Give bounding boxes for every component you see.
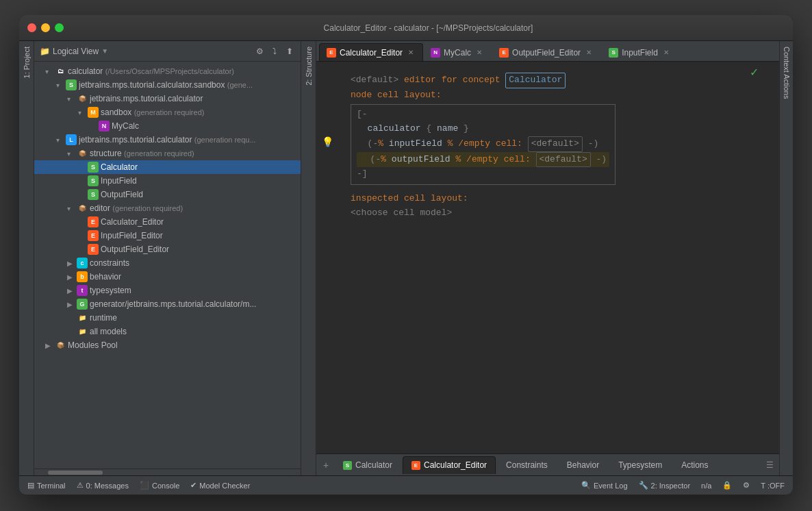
main-window: Calculator_Editor - calculator - [~/MPSP… [19, 15, 793, 495]
status-bar: ▤ Terminal ⚠ 0: Messages ⬛ Console ✔ Mod… [19, 475, 793, 495]
s-icon: S [88, 162, 99, 173]
project-hscrollbar[interactable] [34, 469, 301, 475]
tab-label: InputField [622, 48, 658, 58]
tree-item-calculator-root[interactable]: ▾ 🗂 calculator (/Users/Oscar/MPSProjects… [34, 64, 301, 78]
inspector-icon: 🔧 [639, 481, 648, 490]
code-line-3: [- [357, 108, 609, 122]
tab-icon-e: E [327, 48, 336, 58]
code-token: -] [357, 167, 368, 182]
folder-icon: 📁 [40, 47, 50, 56]
code-line-6: (- % outputField % /empty cell: <default… [357, 152, 609, 168]
tree-item-OutputField_Editor[interactable]: E OutputField_Editor [34, 242, 301, 256]
console-button[interactable]: ⬛ Console [137, 479, 182, 491]
code-line-7: -] [357, 167, 609, 182]
code-token: -) [596, 153, 607, 167]
project-panel: 📁 Logical View ▼ ⚙ ⤵ ⬆ ▾ 🗂 calculator (/… [34, 41, 301, 475]
bottom-tab-Typesystem[interactable]: Typesystem [609, 456, 671, 474]
dropdown-icon[interactable]: ▼ [101, 47, 108, 55]
settings-icon[interactable]: ⚙ [254, 46, 265, 57]
tab-Calculator_Editor-active[interactable]: E Calculator_Editor ✕ [319, 43, 423, 61]
code-token [442, 137, 448, 151]
editor-code-area[interactable]: <default> editor for concept Calculator … [337, 62, 779, 453]
project-label[interactable]: 1: Project [21, 41, 33, 84]
code-line-5: (- % inputField % /empty cell: <default>… [357, 136, 609, 152]
bottom-tab-label: Constraints [506, 460, 548, 470]
tab-close-icon[interactable]: ✕ [661, 48, 671, 58]
code-token: % [378, 137, 383, 151]
bottom-tab-Calculator[interactable]: S Calculator [334, 456, 401, 474]
tree-item-sandbox-pkg[interactable]: ▾ S jetbrains.mps.tutorial.calculator.sa… [34, 78, 301, 92]
close-button[interactable] [27, 23, 36, 32]
settings-icon2[interactable]: ⚙ [740, 479, 752, 491]
tree-item-runtime[interactable]: 📁 runtime [34, 311, 301, 325]
context-actions-label[interactable]: Context Actions [781, 41, 793, 104]
cell-layout-box: [- calculator { name } [351, 104, 616, 186]
tree-item-sandbox[interactable]: ▾ M sandbox (generation required) [34, 105, 301, 119]
context-actions-strip[interactable]: Context Actions [779, 41, 793, 475]
tree-item-editor[interactable]: ▾ 📦 editor (generation required) [34, 201, 301, 215]
b-icon: b [77, 271, 88, 282]
editor-tab-bar: E Calculator_Editor ✕ N MyCalc ✕ E Outpu… [316, 41, 779, 62]
more-tabs-icon[interactable]: ☰ [763, 460, 776, 470]
messages-label: 0: Messages [86, 482, 129, 490]
toff-indicator[interactable]: T :OFF [758, 480, 787, 491]
code-token: (- [368, 137, 379, 151]
bottom-tab-Actions[interactable]: Actions [672, 456, 717, 474]
scroll-from-source-icon[interactable]: ⤵ [269, 46, 280, 57]
tree-item-all-models[interactable]: 📁 all models [34, 325, 301, 338]
code-token: <choose cell model> [351, 206, 452, 221]
tree-item-constraints[interactable]: ▶ c constraints [34, 256, 301, 270]
minimize-button[interactable] [41, 23, 50, 32]
terminal-button[interactable]: ▤ Terminal [25, 479, 68, 491]
collapse-all-icon[interactable]: ⬆ [284, 46, 295, 57]
tree-item-typesystem[interactable]: ▶ t typesystem [34, 284, 301, 297]
structure-label[interactable]: 2: Structure [303, 41, 315, 91]
tree-item-calc-pkg2[interactable]: ▾ L jetbrains.mps.tutorial.calculator (g… [34, 133, 301, 147]
tab-close-icon[interactable]: ✕ [584, 48, 594, 58]
code-line-2: node cell layout: [351, 88, 765, 103]
bottom-tab-Calculator_Editor[interactable]: E Calculator_Editor [403, 456, 496, 474]
structure-strip[interactable]: 2: Structure [301, 41, 316, 475]
tree-item-InputField_Editor[interactable]: E InputField_Editor [34, 229, 301, 242]
model-checker-button[interactable]: ✔ Model Checker [188, 479, 253, 491]
gutter-bulb-icon[interactable]: 💡 [322, 136, 333, 147]
tab-MyCalc[interactable]: N MyCalc ✕ [423, 43, 492, 61]
code-token [383, 137, 389, 151]
tree-item-generator[interactable]: ▶ G generator/jetbrains.mps.tutorial.cal… [34, 297, 301, 311]
tab-label: OutputField_Editor [512, 48, 581, 58]
tab-OutputField_Editor[interactable]: E OutputField_Editor ✕ [492, 43, 601, 61]
tab-InputField[interactable]: S InputField ✕ [601, 43, 678, 61]
code-token: <default> [536, 152, 591, 168]
tree-item-behavior[interactable]: ▶ b behavior [34, 270, 301, 284]
tab-close-icon[interactable]: ✕ [474, 48, 484, 58]
t-icon: t [77, 285, 88, 296]
tree-item-calc-pkg[interactable]: ▾ 📦 jetbrains.mps.tutorial.calculator [34, 92, 301, 105]
inspector-button[interactable]: 🔧 2: Inspector [636, 479, 693, 491]
concept-name-box: Calculator [505, 73, 566, 88]
bottom-tab-Constraints[interactable]: Constraints [497, 456, 557, 474]
bottom-tab-Behavior[interactable]: Behavior [558, 456, 608, 474]
code-token: editor for concept [404, 73, 500, 88]
project-strip[interactable]: 1: Project [19, 41, 34, 475]
messages-button[interactable]: ⚠ 0: Messages [74, 479, 131, 491]
traffic-lights [27, 23, 64, 32]
tree-item-modules-pool[interactable]: ▶ 📦 Modules Pool [34, 338, 301, 352]
maximize-button[interactable] [55, 23, 64, 32]
s-icon: S [88, 175, 99, 186]
n-icon: N [99, 121, 110, 132]
tree-item-InputField[interactable]: S InputField [34, 174, 301, 188]
hscrollbar-thumb[interactable] [48, 471, 103, 475]
code-token [421, 122, 427, 136]
tree-item-structure[interactable]: ▾ 📦 structure (generation required) [34, 147, 301, 160]
tree-item-OutputField[interactable]: S OutputField [34, 188, 301, 201]
code-token: % [381, 153, 386, 167]
add-tab-button[interactable]: + [319, 458, 333, 472]
tab-s-icon: S [343, 461, 352, 470]
tree-item-Calculator_Editor[interactable]: E Calculator_Editor [34, 215, 301, 229]
model-checker-label: Model Checker [199, 482, 250, 490]
tree-item-Calculator[interactable]: S Calculator [34, 160, 301, 174]
editor-gutter: 💡 [316, 62, 337, 453]
tree-item-mycalc[interactable]: N MyCalc [34, 119, 301, 133]
tab-close-icon[interactable]: ✕ [406, 48, 416, 58]
event-log-button[interactable]: 🔍 Event Log [579, 479, 631, 491]
